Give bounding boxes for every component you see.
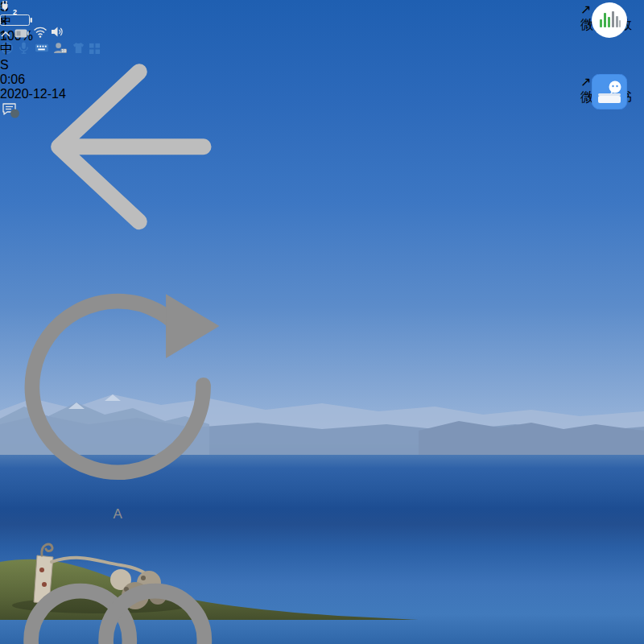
sogou-toolbox-icon[interactable] [89,41,101,55]
battery-icon [0,14,32,26]
power-plug-icon[interactable] [0,0,10,11]
tray-expand-chevron-icon[interactable] [0,31,11,38]
taskbar: 100% 中 S 0:06 2020-12-14 [0,0,66,119]
sogou-skin-icon[interactable] [72,41,85,55]
notification-badge: 2 [11,8,19,16]
battery-indicator[interactable]: 100% [0,14,32,26]
notification-icon [0,101,21,119]
input-language-indicator[interactable]: 中 [0,41,66,58]
tray-device-icon[interactable] [14,29,29,38]
wechat-index-icon [591,2,628,39]
sogou-tray-icon[interactable]: S [0,58,66,72]
refresh-button[interactable] [0,267,235,502]
notification-center-button[interactable]: 2 [0,101,21,119]
window-toolbar: A [0,29,235,644]
shortcut-arrow-icon: ↗ [580,2,591,16]
clock-time: 0:06 [0,72,66,87]
desktop-icon-wechat-index[interactable]: ↗ 微信指数 [580,2,632,34]
font-size-button[interactable]: A [0,506,235,522]
desktop-icon-wechat-reading[interactable]: ↗ 微信读书 [580,74,632,106]
desktop: ↗ 微信指数 ↗ 微信读书 − × [0,0,644,644]
taskbar-clock[interactable]: 0:06 2020-12-14 [0,72,66,101]
link-button[interactable] [0,522,235,644]
clock-date: 2020-12-14 [0,87,66,101]
wechat-reading-icon [592,74,627,109]
shortcut-arrow-icon: ↗ [580,75,591,89]
volume-icon[interactable] [51,26,64,38]
wifi-icon[interactable] [33,27,47,38]
